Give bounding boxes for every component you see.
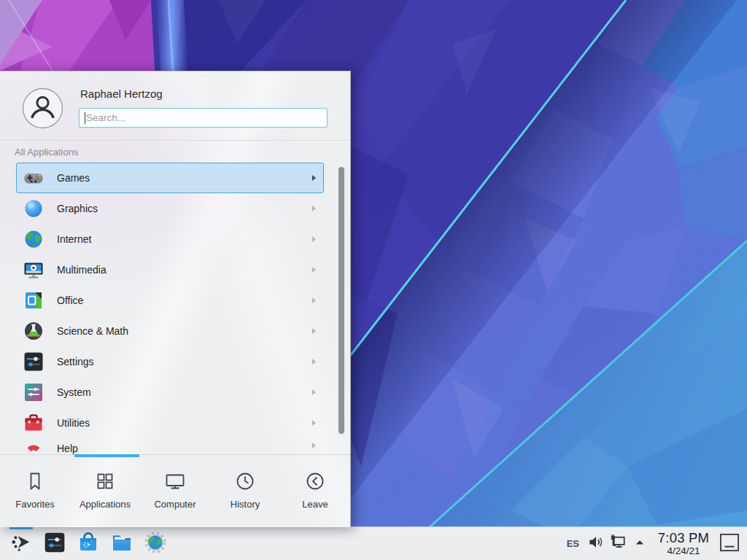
software-center-launcher[interactable]: [71, 527, 105, 560]
category-row-internet[interactable]: Internet: [16, 224, 324, 254]
user-name: Raphael Hertzog: [80, 88, 163, 100]
internet-icon: [23, 228, 44, 250]
category-row-utilities[interactable]: Utilities: [16, 408, 324, 438]
category-label: Multimedia: [57, 264, 107, 276]
network-icon: [609, 533, 627, 554]
search-input[interactable]: [80, 109, 327, 127]
submenu-arrow-icon: [312, 389, 316, 395]
section-label: All Applications: [15, 147, 78, 158]
submenu-arrow-icon: [312, 328, 316, 334]
submenu-arrow-icon: [312, 443, 316, 448]
web-browser-launcher[interactable]: [139, 527, 172, 560]
leave-icon: [304, 470, 326, 492]
file-manager-app-icon: [110, 531, 133, 557]
settings-icon: [23, 351, 44, 373]
tab-label: History: [231, 499, 260, 510]
tab-label: Applications: [80, 499, 131, 510]
scrollbar-thumb[interactable]: [338, 167, 344, 434]
digital-clock[interactable]: 7:03 PM 4/24/21: [651, 527, 716, 560]
system-tray: ES 7:03 PM 4/24/21: [561, 527, 743, 560]
category-row-graphics[interactable]: Graphics: [16, 193, 324, 224]
category-label: Office: [57, 295, 83, 306]
category-row-system[interactable]: System: [16, 377, 324, 408]
taskbar-pinned-apps: [38, 527, 172, 560]
volume-icon: [587, 533, 605, 554]
bookmark-icon: [24, 470, 46, 492]
grid-icon: [94, 470, 116, 492]
expand-arrow-icon: [634, 537, 646, 551]
network-tray-button[interactable]: [607, 527, 629, 560]
gamepad-icon: [23, 167, 44, 189]
category-label: Internet: [57, 233, 91, 245]
tab-label: Leave: [302, 499, 328, 510]
launcher-header: Raphael Hertzog: [0, 71, 350, 141]
category-label: Games: [57, 172, 90, 184]
category-row-games[interactable]: Games: [16, 163, 324, 193]
category-label: Help: [57, 443, 78, 454]
tray-expand-button[interactable]: [629, 527, 651, 560]
taskbar: ES 7:03 PM 4/24/21: [0, 526, 747, 560]
category-label: System: [57, 386, 91, 398]
office-icon: [23, 289, 44, 311]
history-clock-icon: [234, 470, 256, 492]
text-caret: [85, 112, 85, 124]
clock-time: 7:03 PM: [658, 531, 709, 545]
launcher-tab-bar: Favorites Applications Computer History …: [0, 454, 350, 528]
file-manager-launcher[interactable]: [105, 527, 139, 560]
category-label: Utilities: [57, 417, 90, 429]
utilities-icon: [23, 412, 44, 434]
discover-app-icon: [77, 531, 100, 557]
category-row-science-math[interactable]: Science & Math: [16, 316, 324, 346]
user-avatar-icon[interactable]: [22, 88, 63, 129]
system-icon: [23, 381, 44, 403]
category-list: Games Graphics Internet Multimedia Offic…: [16, 163, 324, 454]
keyboard-layout-indicator[interactable]: ES: [561, 538, 585, 549]
show-desktop-icon: [719, 533, 740, 555]
tab-label: Favorites: [15, 499, 54, 510]
tab-applications[interactable]: Applications: [70, 455, 140, 528]
kali-menu-icon: [10, 531, 33, 556]
browser-app-icon: [144, 531, 167, 557]
help-icon: [23, 443, 44, 454]
show-desktop-button[interactable]: [716, 527, 743, 560]
submenu-arrow-icon: [312, 175, 316, 181]
app-launcher-button[interactable]: [4, 527, 38, 560]
category-row-office[interactable]: Office: [16, 285, 324, 316]
multimedia-icon: [23, 259, 44, 281]
clock-date: 4/24/21: [667, 545, 700, 556]
category-label: Settings: [57, 356, 94, 368]
system-settings-launcher[interactable]: [38, 527, 71, 560]
submenu-arrow-icon: [312, 267, 316, 273]
tab-favorites[interactable]: Favorites: [0, 455, 70, 528]
submenu-arrow-icon: [312, 420, 316, 426]
monitor-icon: [164, 470, 186, 492]
graphics-icon: [23, 198, 44, 219]
tab-label: Computer: [154, 499, 196, 510]
tab-leave[interactable]: Leave: [280, 455, 350, 528]
settings-app-icon: [43, 531, 66, 557]
category-row-settings[interactable]: Settings: [16, 346, 324, 377]
volume-tray-button[interactable]: [585, 527, 607, 560]
application-launcher-menu: Raphael Hertzog All Applications Games G…: [0, 71, 351, 527]
search-field-wrap: [79, 108, 328, 128]
submenu-arrow-icon: [312, 206, 316, 211]
category-row-multimedia[interactable]: Multimedia: [16, 254, 324, 285]
science-icon: [23, 320, 44, 342]
tab-history[interactable]: History: [210, 455, 280, 528]
submenu-arrow-icon: [312, 359, 316, 365]
category-label: Science & Math: [57, 325, 128, 337]
submenu-arrow-icon: [312, 298, 316, 303]
category-row-help[interactable]: Help: [16, 438, 324, 454]
tab-computer[interactable]: Computer: [140, 455, 210, 528]
active-tab-indicator: [74, 454, 139, 457]
category-label: Graphics: [57, 203, 98, 214]
submenu-arrow-icon: [312, 236, 316, 242]
